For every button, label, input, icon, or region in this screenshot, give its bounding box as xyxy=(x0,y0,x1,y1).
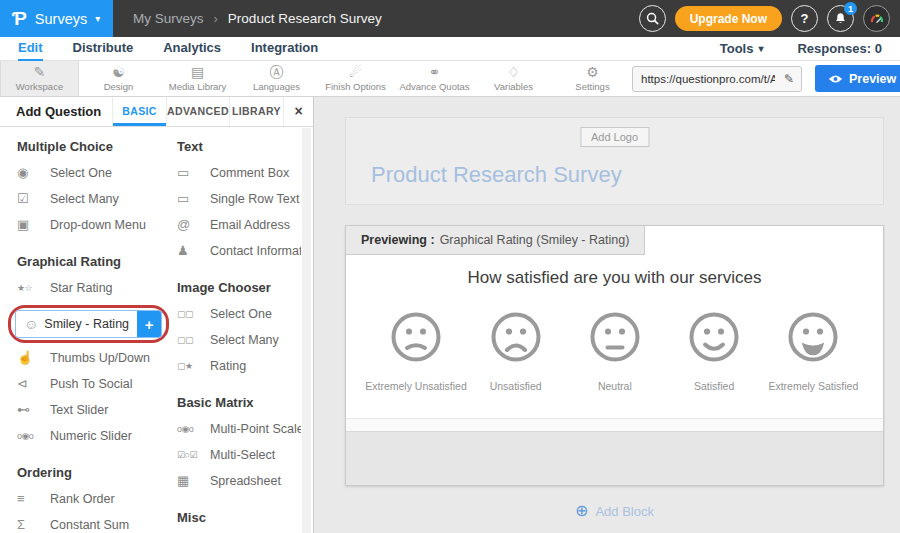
smiley-option-neutral[interactable]: Neutral xyxy=(565,311,664,392)
sidebar-item-graphical-rating-smiley-rating[interactable]: ☺Smiley - Rating+ xyxy=(15,310,162,338)
thumbs-icon: ☝ xyxy=(17,350,42,365)
question-type-label: Star Rating xyxy=(50,281,113,295)
sidebar-item-graphical-rating-thumbs-up-down[interactable]: ☝Thumbs Up/Down xyxy=(17,349,167,366)
highlight-item-label: Smiley - Rating xyxy=(44,317,129,331)
smiley-rating-scale: Extremely UnsatisfiedUnsatisfiedNeutralS… xyxy=(346,311,883,392)
sidebar-item-image-chooser-select-many[interactable]: ▢▢Select Many xyxy=(177,331,301,348)
toolbar-item-label: Languages xyxy=(253,81,300,92)
image-select-many-icon: ▢▢ xyxy=(177,335,202,345)
smiley-option-satisfied[interactable]: Satisfied xyxy=(665,311,764,392)
sidebar-item-image-chooser-select-one[interactable]: ▢▢Select One xyxy=(177,305,301,322)
question-type-label: Single Row Text xyxy=(210,192,299,206)
sidebar-scrollbar[interactable] xyxy=(302,128,311,533)
toolbar-items: ✎Workspace☯Design▤Media LibraryⒶLanguage… xyxy=(0,61,632,96)
breadcrumb-my-surveys[interactable]: My Surveys xyxy=(133,11,204,26)
sidebar-item-ordering-rank-order[interactable]: ≡Rank Order xyxy=(17,490,167,507)
preview-body: How satisfied are you with our services … xyxy=(346,268,883,418)
sidebar-item-multiple-choice-select-many[interactable]: ☑Select Many xyxy=(17,190,167,207)
toolbar-item-label: Advance Quotas xyxy=(399,81,469,92)
upgrade-now-button[interactable]: Upgrade Now xyxy=(675,6,782,31)
sidebar-item-graphical-rating-numeric-slider[interactable]: o◉oNumeric Slider xyxy=(17,427,167,444)
gauge-avatar-icon xyxy=(868,10,886,28)
close-sidebar-button[interactable]: × xyxy=(283,97,313,126)
toolbar-item-advance-quotas[interactable]: ⚭Advance Quotas xyxy=(395,61,474,96)
add-question-title: Add Question xyxy=(0,97,112,126)
toolbar-item-workspace[interactable]: ✎Workspace xyxy=(0,61,79,96)
tab-library[interactable]: LIBRARY xyxy=(229,97,283,126)
smiley-option-extremely-satisfied[interactable]: Extremely Satisfied xyxy=(764,311,863,392)
sidebar-item-graphical-rating-star-rating[interactable]: ★☆Star Rating xyxy=(17,279,167,296)
notifications-button[interactable]: 1 xyxy=(827,5,854,32)
sidebar-item-text-email-address[interactable]: @Email Address xyxy=(177,216,301,233)
toolbar-item-settings[interactable]: ⚙Settings xyxy=(553,61,632,96)
section-title: Misc xyxy=(177,510,301,525)
section-multiple-choice: Multiple Choice◉Select One☑Select Many▣D… xyxy=(17,139,167,233)
questionpro-logo-icon: Ƥ xyxy=(12,8,27,30)
sidebar-item-basic-matrix-multi-point-scales[interactable]: o◉oMulti-Point Scales xyxy=(177,420,301,437)
section-ordering: Ordering≡Rank OrderΣConstant Sum⧉Drag an… xyxy=(17,465,167,533)
smiley-option-unsatisfied[interactable]: Unsatisfied xyxy=(466,311,565,392)
responses-count[interactable]: Responses: 0 xyxy=(797,41,882,56)
comment-box-icon: ▭ xyxy=(177,165,202,180)
section-basic-matrix: Basic Matrixo◉oMulti-Point Scales☑○☑Mult… xyxy=(177,395,301,489)
sidebar-item-ordering-constant-sum[interactable]: ΣConstant Sum xyxy=(17,516,167,533)
sidebar-item-image-chooser-rating[interactable]: ▢★Rating xyxy=(177,357,301,374)
smiley-face-icon-extremely-satisfied xyxy=(787,311,839,367)
add-smiley-question-plus-button[interactable]: + xyxy=(137,310,161,338)
sidebar-column-1: Multiple Choice◉Select One☑Select Many▣D… xyxy=(17,139,167,533)
tab-basic[interactable]: BASIC xyxy=(112,97,166,126)
email-at-icon: @ xyxy=(177,217,202,232)
toolbar-item-media-library[interactable]: ▤Media Library xyxy=(158,61,237,96)
toolbar-item-languages[interactable]: ⒶLanguages xyxy=(237,61,316,96)
survey-header-card[interactable]: Add Logo Product Research Survey xyxy=(345,117,884,205)
question-type-label: Multi-Point Scales xyxy=(210,422,301,436)
add-logo-button[interactable]: Add Logo xyxy=(580,127,649,147)
sidebar-item-multiple-choice-drop-down-menu[interactable]: ▣Drop-down Menu xyxy=(17,216,167,233)
smiley-face-icon-neutral xyxy=(589,311,641,367)
question-text: How satisfied are you with our services xyxy=(346,268,883,288)
sidebar-item-basic-matrix-multi-select[interactable]: ☑○☑Multi-Select xyxy=(177,446,301,463)
numeric-slider-icon: o◉o xyxy=(17,431,42,441)
smiley-face-icon-extremely-unsatisfied xyxy=(390,311,442,367)
sidebar-item-graphical-rating-text-slider[interactable]: ⊷Text Slider xyxy=(17,401,167,418)
sidebar-item-basic-matrix-spreadsheet[interactable]: ▦Spreadsheet xyxy=(177,472,301,489)
nav-tab-integration[interactable]: Integration xyxy=(251,37,318,61)
breadcrumb-separator-icon: › xyxy=(214,11,218,26)
tab-advanced[interactable]: ADVANCED xyxy=(166,97,229,126)
survey-title[interactable]: Product Research Survey xyxy=(371,162,622,188)
single-row-text-icon: ▭ xyxy=(177,191,202,206)
search-button[interactable] xyxy=(639,5,666,32)
smiley-option-label: Unsatisfied xyxy=(490,380,542,392)
section-title: Multiple Choice xyxy=(17,139,167,154)
edit-url-pencil-icon[interactable]: ✎ xyxy=(777,72,801,86)
questionpro-surveys-menu[interactable]: Ƥ Surveys ▾ xyxy=(0,0,113,37)
star-rating-icon: ★☆ xyxy=(17,283,42,293)
preview-button[interactable]: Preview xyxy=(815,65,900,92)
smiley-option-label: Extremely Satisfied xyxy=(768,380,858,392)
nav-tab-analytics[interactable]: Analytics xyxy=(163,37,221,61)
help-button[interactable]: ? xyxy=(791,5,818,32)
tools-dropdown[interactable]: Tools▾ xyxy=(720,41,764,56)
nav-tab-edit[interactable]: Edit xyxy=(18,37,43,61)
survey-url-input[interactable] xyxy=(633,73,777,85)
smiley-face-icon-unsatisfied xyxy=(490,311,542,367)
search-icon xyxy=(646,12,659,25)
sidebar-item-graphical-rating-push-to-social[interactable]: ⊲Push To Social xyxy=(17,375,167,392)
multi-select-icon: ☑○☑ xyxy=(177,450,202,460)
notification-badge: 1 xyxy=(844,2,857,15)
breadcrumb: My Surveys › Product Research Survey xyxy=(133,11,382,26)
smiley-option-extremely-unsatisfied[interactable]: Extremely Unsatisfied xyxy=(366,311,466,392)
sidebar-item-text-comment-box[interactable]: ▭Comment Box xyxy=(177,164,301,181)
sidebar-item-text-contact-information[interactable]: ♟Contact Information xyxy=(177,242,301,259)
sidebar-item-text-single-row-text[interactable]: ▭Single Row Text xyxy=(177,190,301,207)
toolbar-item-finish-options[interactable]: ☄Finish Options xyxy=(316,61,395,96)
add-block-button[interactable]: ⊕ Add Block xyxy=(345,503,884,519)
question-type-label: Contact Information xyxy=(210,244,301,258)
toolbar-item-design[interactable]: ☯Design xyxy=(79,61,158,96)
sidebar-item-multiple-choice-select-one[interactable]: ◉Select One xyxy=(17,164,167,181)
checkbox-icon: ☑ xyxy=(17,191,42,206)
nav-tab-distribute[interactable]: Distribute xyxy=(73,37,134,61)
eye-icon xyxy=(828,74,843,84)
user-avatar[interactable] xyxy=(863,5,890,32)
toolbar-item-variables[interactable]: ♢Variables xyxy=(474,61,553,96)
